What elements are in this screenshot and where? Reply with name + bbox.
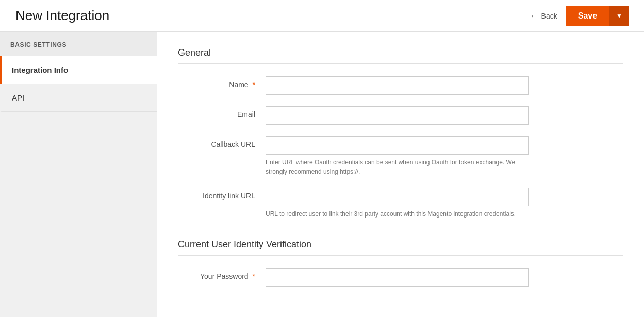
sidebar-item-api[interactable]: API bbox=[0, 84, 157, 112]
general-section-title: General bbox=[178, 47, 623, 64]
name-field-row: Name * bbox=[178, 76, 623, 95]
callback-url-input[interactable] bbox=[266, 136, 529, 155]
save-dropdown-button[interactable]: ▼ bbox=[609, 6, 629, 26]
name-field-wrap bbox=[266, 76, 529, 95]
header-actions: ← Back Save ▼ bbox=[530, 6, 629, 26]
main-content: General Name * Email Callback URL Enter … bbox=[157, 32, 644, 317]
identity-link-url-field-wrap: URL to redirect user to link their 3rd p… bbox=[266, 188, 529, 219]
sidebar-item-label: API bbox=[12, 93, 24, 102]
sidebar-section-title: BASIC SETTINGS bbox=[0, 32, 157, 56]
page-header: New Integration ← Back Save ▼ bbox=[0, 0, 644, 32]
back-link[interactable]: ← Back bbox=[530, 11, 557, 21]
identity-link-url-input[interactable] bbox=[266, 188, 529, 206]
callback-url-field-row: Callback URL Enter URL where Oauth crede… bbox=[178, 136, 623, 176]
dropdown-arrow-icon: ▼ bbox=[616, 12, 622, 20]
identity-link-url-hint: URL to redirect user to link their 3rd p… bbox=[266, 209, 529, 219]
page-title: New Integration bbox=[15, 8, 109, 24]
verification-section-title: Current User Identity Verification bbox=[178, 239, 623, 256]
email-field-row: Email bbox=[178, 106, 623, 125]
your-password-field-row: Your Password * bbox=[178, 268, 623, 287]
name-label: Name * bbox=[178, 76, 266, 89]
your-password-label: Your Password * bbox=[178, 268, 266, 280]
name-required-star: * bbox=[253, 80, 255, 89]
callback-url-field-wrap: Enter URL where Oauth credentials can be… bbox=[266, 136, 529, 176]
sidebar-item-integration-info[interactable]: Integration Info bbox=[0, 56, 157, 84]
your-password-field-wrap bbox=[266, 268, 529, 287]
identity-link-url-label: Identity link URL bbox=[178, 188, 266, 200]
password-required-star: * bbox=[253, 272, 255, 280]
verification-section: Current User Identity Verification Your … bbox=[178, 239, 623, 287]
sidebar: BASIC SETTINGS Integration Info API bbox=[0, 32, 157, 317]
save-button[interactable]: Save bbox=[566, 6, 609, 26]
email-field-wrap bbox=[266, 106, 529, 125]
identity-link-url-field-row: Identity link URL URL to redirect user t… bbox=[178, 188, 623, 219]
save-btn-group: Save ▼ bbox=[566, 6, 629, 26]
sidebar-item-label: Integration Info bbox=[12, 65, 68, 74]
email-label: Email bbox=[178, 106, 266, 119]
page-content: BASIC SETTINGS Integration Info API Gene… bbox=[0, 32, 644, 317]
callback-url-label: Callback URL bbox=[178, 136, 266, 148]
name-input[interactable] bbox=[266, 76, 529, 95]
callback-url-hint: Enter URL where Oauth credentials can be… bbox=[266, 158, 529, 176]
back-label: Back bbox=[541, 12, 557, 20]
your-password-input[interactable] bbox=[266, 268, 529, 287]
back-arrow-icon: ← bbox=[530, 11, 538, 21]
email-input[interactable] bbox=[266, 106, 529, 125]
